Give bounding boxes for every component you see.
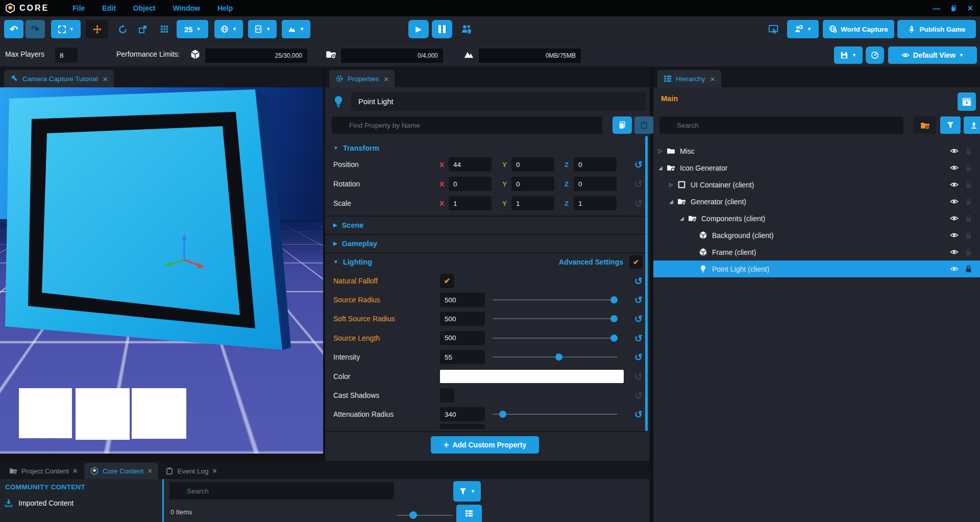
tab-project-content[interactable]: Project Content× xyxy=(3,463,83,479)
visibility-eye-icon[interactable] xyxy=(950,231,959,240)
performance-monitor-button[interactable] xyxy=(866,46,884,64)
publish-game-button[interactable]: Publish Game xyxy=(897,20,976,38)
lock-icon[interactable] xyxy=(964,214,973,223)
networked-filter-button[interactable] xyxy=(914,116,936,134)
sidebar-item-imported-content[interactable]: Imported Content xyxy=(4,499,74,508)
scene-root-label[interactable]: Main xyxy=(661,94,678,103)
visibility-eye-icon[interactable] xyxy=(950,180,959,189)
tree-row-generator--client-[interactable]: ◢Generator (client) xyxy=(653,193,980,210)
rotate-tool-button[interactable] xyxy=(113,20,132,38)
content-search-input[interactable] xyxy=(169,482,394,500)
paste-properties-button[interactable] xyxy=(634,116,654,134)
reset-icon[interactable]: ↺ xyxy=(634,391,643,400)
lock-icon[interactable] xyxy=(964,265,973,273)
scale-z-input[interactable]: 1 xyxy=(574,196,617,210)
preview-mode-dropdown[interactable]: ▼ xyxy=(787,20,819,38)
rotation-z-input[interactable]: 0 xyxy=(574,177,617,191)
reset-icon[interactable]: ↺ xyxy=(634,160,643,170)
scale-y-input[interactable]: 1 xyxy=(511,196,554,210)
grid-size-dropdown[interactable]: 25▼ xyxy=(177,20,208,38)
intensity-slider-knob[interactable] xyxy=(555,353,562,361)
world-capture-button[interactable]: World Capture xyxy=(823,20,894,38)
expander-icon[interactable]: ◢ xyxy=(669,199,677,204)
lock-icon[interactable] xyxy=(964,163,973,172)
expander-icon[interactable]: ▷ xyxy=(669,182,677,187)
scale-tool-button[interactable] xyxy=(134,20,152,38)
source-length-input[interactable]: 500 xyxy=(440,331,485,345)
minimize-button[interactable]: — xyxy=(933,5,940,12)
add-custom-property-button[interactable]: + Add Custom Property xyxy=(431,436,539,454)
section-scene[interactable]: ▶ Scene xyxy=(325,216,650,233)
undo-button[interactable]: ↶ xyxy=(4,20,23,38)
close-icon[interactable]: × xyxy=(148,467,152,475)
reset-icon[interactable]: ↺ xyxy=(634,179,643,189)
lock-icon[interactable] xyxy=(964,231,973,240)
tree-row-ui-container--client-[interactable]: ▷UI Container (client) xyxy=(653,176,980,193)
reset-icon[interactable]: ↺ xyxy=(634,333,643,343)
reset-icon[interactable]: ↺ xyxy=(634,371,643,381)
close-icon[interactable]: × xyxy=(103,75,108,83)
object-name-input[interactable] xyxy=(351,92,646,111)
source-length-slider-knob[interactable] xyxy=(610,335,618,342)
menu-window[interactable]: Window xyxy=(173,4,200,12)
tab-core-content[interactable]: Core Content× xyxy=(84,463,158,479)
reset-icon[interactable]: ↺ xyxy=(634,352,643,362)
tab-hierarchy[interactable]: Hierarchy × xyxy=(657,70,721,87)
hierarchy-search-input[interactable] xyxy=(659,116,903,134)
close-icon[interactable]: × xyxy=(73,467,77,475)
reset-icon[interactable]: ↺ xyxy=(634,410,643,419)
section-gameplay[interactable]: ▶ Gameplay xyxy=(325,234,650,252)
restore-button[interactable] xyxy=(950,5,957,12)
lock-icon[interactable] xyxy=(964,197,973,206)
reset-icon[interactable]: ↺ xyxy=(634,314,643,324)
menu-object[interactable]: Object xyxy=(133,4,156,12)
thumbnail-size-knob[interactable] xyxy=(409,511,417,519)
menu-file[interactable]: File xyxy=(72,4,85,12)
visibility-eye-icon[interactable] xyxy=(950,147,959,155)
move-tool-button[interactable] xyxy=(86,20,108,38)
close-button[interactable]: × xyxy=(967,4,973,13)
source-radius-input[interactable]: 500 xyxy=(440,293,485,307)
properties-scrollbar[interactable] xyxy=(645,136,648,431)
visibility-eye-icon[interactable] xyxy=(950,265,959,273)
scale-x-input[interactable]: 1 xyxy=(449,196,492,210)
save-dropdown[interactable]: ▼ xyxy=(834,46,863,64)
selection-mode-dropdown[interactable]: ▼ xyxy=(51,20,81,38)
advanced-settings-checkbox[interactable]: ✔ xyxy=(629,255,643,269)
source-radius-slider[interactable] xyxy=(493,296,618,303)
expander-icon[interactable]: ◢ xyxy=(680,216,688,221)
tree-row-misc[interactable]: ▷Misc xyxy=(653,143,980,159)
capture-thumbnail-button[interactable] xyxy=(958,92,976,111)
grid-view-button[interactable] xyxy=(456,505,482,522)
copy-properties-button[interactable] xyxy=(612,116,632,134)
section-lighting[interactable]: ▼ Lighting Advanced Settings ✔ xyxy=(325,252,650,270)
tree-row-background--client-[interactable]: Background (client) xyxy=(653,227,980,244)
visibility-eye-icon[interactable] xyxy=(950,214,959,223)
intensity-slider[interactable] xyxy=(493,353,618,361)
position-y-input[interactable]: 0 xyxy=(511,157,554,172)
lock-icon[interactable] xyxy=(964,180,973,189)
thumbnail-size-slider[interactable] xyxy=(397,515,453,516)
content-filter-dropdown[interactable]: ▼ xyxy=(453,481,481,502)
close-icon[interactable]: × xyxy=(384,75,389,83)
reset-icon[interactable]: ↺ xyxy=(634,276,643,286)
script-dropdown[interactable]: ▼ xyxy=(248,20,277,38)
lock-icon[interactable] xyxy=(964,248,973,256)
reset-icon[interactable]: ↺ xyxy=(634,199,643,208)
expander-icon[interactable]: ▷ xyxy=(658,148,667,154)
natural-falloff-checkbox[interactable]: ✔ xyxy=(440,274,454,288)
intensity-input[interactable]: 55 xyxy=(440,350,485,364)
redo-button[interactable]: ↷ xyxy=(26,20,45,38)
section-transform[interactable]: ▼ Transform xyxy=(325,139,650,157)
visibility-eye-icon[interactable] xyxy=(950,248,959,256)
multiplayer-preview-button[interactable] xyxy=(458,21,475,37)
play-button[interactable]: ▶ xyxy=(408,20,429,38)
expander-icon[interactable]: ◢ xyxy=(658,165,667,171)
rotation-x-input[interactable]: 0 xyxy=(449,177,492,191)
soft-source-radius-input[interactable]: 500 xyxy=(440,312,485,326)
source-length-slider[interactable] xyxy=(493,335,618,342)
max-players-input[interactable]: 8 xyxy=(55,48,78,63)
position-z-input[interactable]: 0 xyxy=(574,157,617,172)
viewport-3d[interactable] xyxy=(0,87,323,454)
pause-button[interactable] xyxy=(432,20,452,38)
